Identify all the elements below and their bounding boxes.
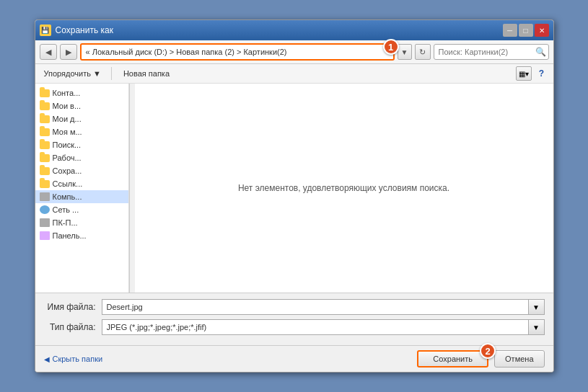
dialog-icon: 💾 <box>40 24 51 36</box>
toolbar-separator <box>111 67 112 80</box>
nav-item-label: Моя м... <box>53 128 82 136</box>
maximize-button[interactable]: □ <box>519 24 533 37</box>
search-input[interactable] <box>434 44 549 60</box>
panel-icon <box>40 231 50 240</box>
folder-icon <box>40 180 50 188</box>
nav-item-label: Сохра... <box>53 166 82 175</box>
filename-label: Имя файла: <box>44 302 102 312</box>
folder-icon <box>40 89 50 97</box>
cancel-button[interactable]: Отмена <box>494 350 544 368</box>
nav-item-contacts[interactable]: Конта... <box>35 86 128 99</box>
arrow-icon: ◀ <box>44 355 50 363</box>
address-text: « Локальный диск (D:) > Новая папка (2) … <box>86 48 287 56</box>
filetype-input[interactable] <box>102 319 529 335</box>
search-container: 🔍 <box>434 44 549 60</box>
filetype-dropdown[interactable]: ▼ <box>529 319 545 335</box>
filename-dropdown[interactable]: ▼ <box>529 299 545 315</box>
save-button-container: Сохранить 2 <box>417 350 488 368</box>
nav-item-label: Сеть ... <box>53 205 79 214</box>
nav-item-computer[interactable]: Компь... <box>35 190 128 203</box>
computer-icon <box>40 218 50 227</box>
help-button[interactable]: ? <box>535 66 549 81</box>
dialog-title: Сохранить как <box>56 25 113 35</box>
address-bar-area: ◀ ▶ « Локальный диск (D:) > Новая папка … <box>35 40 553 64</box>
main-area: Конта... Мои в... Мои д... Моя м... Поис… <box>35 84 553 293</box>
forward-button[interactable]: ▶ <box>60 44 77 60</box>
empty-message: Нет элементов, удовлетворяющих условиям … <box>238 183 449 193</box>
badge-1: 1 <box>383 39 399 55</box>
network-icon <box>40 205 50 214</box>
hide-folders-button[interactable]: ◀ Скрыть папки <box>44 355 103 363</box>
title-bar-buttons: ─ □ ✕ <box>503 24 549 37</box>
nav-item-network[interactable]: Сеть ... <box>35 203 128 216</box>
toolbar-right: ▦▾ ? <box>516 66 549 81</box>
back-button[interactable]: ◀ <box>40 44 57 60</box>
close-button[interactable]: ✕ <box>535 24 549 37</box>
nav-item-my-music[interactable]: Моя м... <box>35 125 128 138</box>
refresh-button[interactable]: ↻ <box>415 44 431 60</box>
nav-item-desktop[interactable]: Рабоч... <box>35 151 128 164</box>
filetype-row: Тип файла: ▼ <box>44 319 545 335</box>
nav-item-panel[interactable]: Панель... <box>35 229 128 242</box>
nav-item-my-docs[interactable]: Мои д... <box>35 112 128 125</box>
folder-icon <box>40 102 50 110</box>
folder-icon <box>40 128 50 136</box>
nav-item-search[interactable]: Поиск... <box>35 138 128 151</box>
folder-icon <box>40 167 50 175</box>
folder-icon <box>40 141 50 149</box>
nav-item-label: Ссылк... <box>53 179 83 188</box>
minimize-button[interactable]: ─ <box>503 24 517 37</box>
nav-item-label: Мои в... <box>53 102 82 110</box>
bottom-form: Имя файла: ▼ Тип файла: ▼ <box>35 293 553 345</box>
nav-item-label: Рабоч... <box>53 153 82 162</box>
new-folder-button[interactable]: Новая папка <box>118 68 175 79</box>
filetype-label: Тип файла: <box>44 322 102 332</box>
filename-input[interactable] <box>102 299 529 315</box>
nav-item-label: Панель... <box>53 231 87 240</box>
scrollbar[interactable] <box>129 84 135 293</box>
nav-item-label: ПК-П... <box>53 218 78 227</box>
search-button[interactable]: 🔍 <box>535 46 547 58</box>
badge-2: 2 <box>480 343 496 359</box>
footer-buttons: Сохранить 2 Отмена <box>417 350 544 368</box>
folder-icon <box>40 154 50 162</box>
arrange-button[interactable]: Упорядочить ▼ <box>40 68 105 79</box>
nav-item-pc[interactable]: ПК-П... <box>35 216 128 229</box>
view-button[interactable]: ▦▾ <box>516 66 532 81</box>
title-bar-left: 💾 Сохранить как <box>40 24 113 36</box>
computer-icon <box>40 192 50 201</box>
nav-item-label: Поиск... <box>53 141 82 149</box>
content-panel: Нет элементов, удовлетворяющих условиям … <box>135 84 553 293</box>
nav-item-label: Конта... <box>53 89 81 97</box>
filename-row: Имя файла: ▼ <box>44 299 545 315</box>
footer: ◀ Скрыть папки Сохранить 2 Отмена <box>35 345 553 372</box>
address-dropdown-button[interactable]: ▼ <box>398 44 412 60</box>
address-box[interactable]: « Локальный диск (D:) > Новая папка (2) … <box>80 43 395 61</box>
folder-icon <box>40 115 50 123</box>
nav-item-saved[interactable]: Сохра... <box>35 164 128 177</box>
nav-item-links[interactable]: Ссылк... <box>35 177 128 190</box>
nav-item-label: Компь... <box>53 192 82 201</box>
title-bar: 💾 Сохранить как ─ □ ✕ <box>35 20 553 40</box>
left-panel: Конта... Мои в... Мои д... Моя м... Поис… <box>35 84 129 293</box>
hide-folders-label: Скрыть папки <box>53 355 103 363</box>
nav-item-label: Мои д... <box>53 115 82 123</box>
save-button[interactable]: Сохранить <box>417 350 488 368</box>
nav-item-my-videos[interactable]: Мои в... <box>35 99 128 112</box>
toolbar: Упорядочить ▼ Новая папка ▦▾ ? <box>35 64 553 84</box>
save-dialog: 💾 Сохранить как ─ □ ✕ ◀ ▶ « Локальный ди… <box>35 19 554 373</box>
